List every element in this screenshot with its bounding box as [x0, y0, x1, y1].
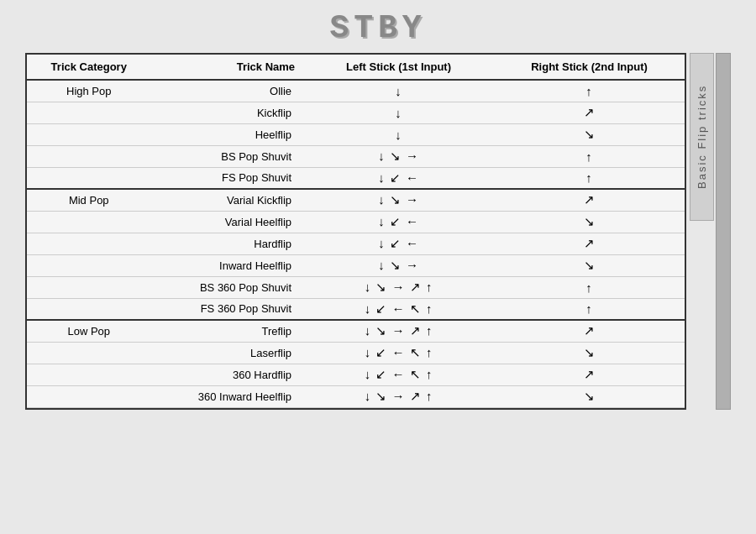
table-row: Inward Heelflip↓ ↘ →↘ — [27, 254, 685, 276]
left-stick-cell: ↓ ↙ ← — [303, 233, 494, 254]
table-row: FS Pop Shuvit↓ ↙ ←↑ — [27, 167, 685, 189]
category-cell — [27, 254, 151, 276]
category-cell — [27, 145, 151, 167]
stby-logo: STBY — [329, 10, 426, 46]
table-row: High PopOllie↓↑ — [27, 80, 685, 102]
scrollbar[interactable] — [716, 53, 731, 410]
right-stick-cell: ↗ — [494, 364, 685, 385]
table-header-row: Trick Category Trick Name Left Stick (1s… — [27, 55, 685, 80]
left-stick-cell: ↓ ↙ ← — [303, 211, 494, 233]
left-stick-cell: ↓ — [303, 102, 494, 123]
table-row: BS Pop Shuvit↓ ↘ →↑ — [27, 145, 685, 167]
left-stick-cell: ↓ ↘ → — [303, 254, 494, 276]
table-row: Kickflip↓↗ — [27, 102, 685, 123]
category-cell — [27, 385, 151, 407]
trick-name-cell: Kickflip — [151, 102, 304, 123]
category-cell — [27, 167, 151, 189]
side-label: Basic Flip tricks — [690, 53, 714, 221]
table-row: Laserflip↓ ↙ ← ↖ ↑↘ — [27, 342, 685, 364]
category-cell — [27, 342, 151, 364]
right-stick-cell: ↘ — [494, 342, 685, 364]
col-header-name: Trick Name — [151, 55, 304, 80]
right-stick-cell: ↑ — [494, 276, 685, 298]
right-stick-cell: ↘ — [494, 254, 685, 276]
table-row: Heelflip↓↘ — [27, 123, 685, 145]
trick-name-cell: Inward Heelflip — [151, 254, 304, 276]
page-container: STBY Trick Category Trick Name Left Stic… — [0, 0, 756, 534]
col-header-right: Right Stick (2nd Input) — [494, 55, 685, 80]
trick-name-cell: BS 360 Pop Shuvit — [151, 276, 304, 298]
category-cell — [27, 233, 151, 254]
category-cell — [27, 123, 151, 145]
trick-name-cell: Varial Heelflip — [151, 211, 304, 233]
category-cell: Mid Pop — [27, 189, 151, 211]
right-stick-cell: ↗ — [494, 189, 685, 211]
table-row: FS 360 Pop Shuvit↓ ↙ ← ↖ ↑↑ — [27, 298, 685, 320]
table-body: High PopOllie↓↑Kickflip↓↗Heelflip↓↘BS Po… — [27, 80, 685, 407]
right-stick-cell: ↑ — [494, 298, 685, 320]
left-stick-cell: ↓ ↙ ← ↖ ↑ — [303, 342, 494, 364]
category-cell — [27, 364, 151, 385]
trick-name-cell: FS 360 Pop Shuvit — [151, 298, 304, 320]
trick-name-cell: 360 Hardflip — [151, 364, 304, 385]
category-cell — [27, 276, 151, 298]
right-stick-cell: ↗ — [494, 320, 685, 342]
right-stick-cell: ↑ — [494, 80, 685, 102]
left-stick-cell: ↓ ↘ → ↗ ↑ — [303, 320, 494, 342]
left-stick-cell: ↓ ↙ ← ↖ ↑ — [303, 364, 494, 385]
col-header-left: Left Stick (1st Input) — [303, 55, 494, 80]
trick-name-cell: Varial Kickflip — [151, 189, 304, 211]
table-row: BS 360 Pop Shuvit↓ ↘ → ↗ ↑↑ — [27, 276, 685, 298]
left-stick-cell: ↓ — [303, 123, 494, 145]
table-row: 360 Inward Heelflip↓ ↘ → ↗ ↑↘ — [27, 385, 685, 407]
table-row: Low PopTreflip↓ ↘ → ↗ ↑↗ — [27, 320, 685, 342]
left-stick-cell: ↓ ↘ → ↗ ↑ — [303, 276, 494, 298]
left-stick-cell: ↓ ↙ ← — [303, 167, 494, 189]
table-wrapper: Trick Category Trick Name Left Stick (1s… — [25, 53, 686, 410]
left-stick-cell: ↓ — [303, 80, 494, 102]
tricks-table: Trick Category Trick Name Left Stick (1s… — [27, 55, 685, 408]
trick-name-cell: Laserflip — [151, 342, 304, 364]
right-stick-cell: ↗ — [494, 102, 685, 123]
logo-area: STBY — [0, 0, 756, 53]
right-stick-cell: ↑ — [494, 167, 685, 189]
trick-name-cell: Heelflip — [151, 123, 304, 145]
category-cell: Low Pop — [27, 320, 151, 342]
right-stick-cell: ↑ — [494, 145, 685, 167]
table-row: 360 Hardflip↓ ↙ ← ↖ ↑↗ — [27, 364, 685, 385]
category-cell — [27, 298, 151, 320]
right-stick-cell: ↗ — [494, 233, 685, 254]
right-stick-cell: ↘ — [494, 123, 685, 145]
table-row: Varial Heelflip↓ ↙ ←↘ — [27, 211, 685, 233]
category-cell: High Pop — [27, 80, 151, 102]
trick-name-cell: Ollie — [151, 80, 304, 102]
trick-name-cell: Treflip — [151, 320, 304, 342]
trick-name-cell: 360 Inward Heelflip — [151, 385, 304, 407]
category-cell — [27, 102, 151, 123]
main-content: Trick Category Trick Name Left Stick (1s… — [25, 53, 731, 410]
right-stick-cell: ↘ — [494, 211, 685, 233]
trick-name-cell: Hardflip — [151, 233, 304, 254]
category-cell — [27, 211, 151, 233]
right-stick-cell: ↘ — [494, 385, 685, 407]
trick-name-cell: BS Pop Shuvit — [151, 145, 304, 167]
col-header-category: Trick Category — [27, 55, 151, 80]
table-row: Mid PopVarial Kickflip↓ ↘ →↗ — [27, 189, 685, 211]
left-stick-cell: ↓ ↙ ← ↖ ↑ — [303, 298, 494, 320]
table-row: Hardflip↓ ↙ ←↗ — [27, 233, 685, 254]
trick-name-cell: FS Pop Shuvit — [151, 167, 304, 189]
left-stick-cell: ↓ ↘ → — [303, 145, 494, 167]
left-stick-cell: ↓ ↘ → ↗ ↑ — [303, 385, 494, 407]
left-stick-cell: ↓ ↘ → — [303, 189, 494, 211]
